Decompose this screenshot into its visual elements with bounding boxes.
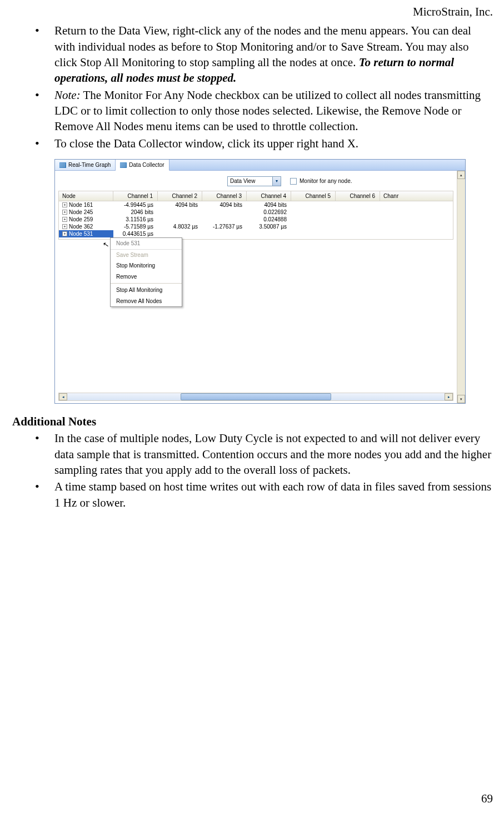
table-row[interactable]: +Node 362 -5.71589 µs 4.8032 µs -1.27637… — [59, 223, 453, 230]
page-header-company: MicroStrain, Inc. — [11, 4, 493, 19]
bullet-item: To close the Data Collector window, clic… — [54, 136, 493, 151]
menu-item-remove-all-nodes[interactable]: Remove All Nodes — [111, 296, 182, 307]
cell: 4094 bits — [158, 201, 202, 209]
cell: 3.50087 µs — [247, 223, 291, 230]
tab-label: Real-Time Graph — [68, 161, 111, 169]
cell: -5.71589 µs — [113, 223, 158, 230]
col-header-channel6[interactable]: Channel 6 — [336, 191, 380, 201]
table-row-selected[interactable]: +Node 531 0.443615 µs — [59, 230, 453, 237]
node-label: Node 531 — [69, 230, 93, 238]
menu-item-save-stream[interactable]: Save Stream — [111, 250, 182, 261]
cell: -1.27637 µs — [202, 223, 247, 230]
cell — [202, 209, 247, 216]
top-bullet-list: Return to the Data View, right-click any… — [11, 23, 493, 151]
cell — [158, 209, 202, 216]
table-row[interactable]: +Node 161 -4.99445 µs 4094 bits 4094 bit… — [59, 201, 453, 209]
grid-body: +Node 161 -4.99445 µs 4094 bits 4094 bit… — [59, 201, 453, 239]
scroll-thumb[interactable] — [181, 393, 332, 400]
plus-icon[interactable]: + — [62, 210, 67, 215]
bullet-item: In the case of multiple nodes, Low Duty … — [54, 430, 493, 478]
tab-label: Data Collector — [129, 161, 164, 169]
cell — [158, 216, 202, 223]
bullet-text: To close the Data Collector window, clic… — [54, 137, 358, 150]
note-prefix: Note: — [54, 88, 81, 102]
cell: 4094 bits — [202, 201, 247, 209]
menu-item-remove[interactable]: Remove — [111, 271, 182, 282]
plus-icon[interactable]: + — [62, 202, 67, 207]
checkbox-icon[interactable] — [290, 178, 297, 185]
cell: 2046 bits — [113, 209, 158, 216]
context-menu: Node 531 Save Stream Stop Monitoring Rem… — [110, 237, 182, 307]
plus-icon[interactable]: + — [62, 224, 67, 229]
embedded-screenshot: Real-Time Graph Data Collector Data View… — [54, 159, 466, 404]
chevron-down-icon[interactable]: ▾ — [272, 177, 281, 186]
additional-notes-heading: Additional Notes — [11, 414, 493, 429]
cell: 0.022692 — [247, 209, 291, 216]
scroll-track[interactable] — [67, 393, 445, 400]
menu-item-stop-monitoring[interactable]: Stop Monitoring — [111, 260, 182, 271]
cursor-icon: ↖ — [102, 239, 110, 250]
cell — [202, 216, 247, 223]
scroll-right-icon[interactable]: ▸ — [445, 393, 453, 400]
col-header-channel5[interactable]: Channel 5 — [291, 191, 336, 201]
cell: 0.443615 µs — [113, 230, 158, 237]
node-label: Node 259 — [69, 216, 93, 224]
col-header-channel1[interactable]: Channel 1 — [113, 191, 158, 201]
col-header-channel2[interactable]: Channel 2 — [158, 191, 202, 201]
view-select[interactable]: Data View ▾ — [227, 176, 281, 186]
combo-value: Data View — [228, 177, 272, 185]
chart-icon — [59, 162, 66, 168]
table-row[interactable]: +Node 259 3.11516 µs 0.024888 — [59, 216, 453, 223]
bullet-item: Return to the Data View, right-click any… — [54, 23, 493, 86]
node-label: Node 245 — [69, 209, 93, 216]
scroll-left-icon[interactable]: ◂ — [59, 393, 67, 400]
monitor-any-node-checkbox[interactable]: Monitor for any node. — [290, 177, 352, 185]
col-header-channel3[interactable]: Channel 3 — [202, 191, 247, 201]
checkbox-label: Monitor for any node. — [300, 177, 352, 185]
vertical-scrollbar[interactable]: ▴ ▾ — [457, 171, 465, 403]
window-tab-bar: Real-Time Graph Data Collector — [55, 160, 465, 171]
node-label: Node 362 — [69, 223, 93, 231]
menu-separator — [111, 283, 182, 284]
scroll-up-icon[interactable]: ▴ — [457, 171, 465, 179]
menu-item-stop-all-monitoring[interactable]: Stop All Monitoring — [111, 285, 182, 296]
node-label: Node 161 — [69, 201, 93, 209]
horizontal-scrollbar[interactable]: ◂ ▸ — [58, 393, 453, 401]
toolbar: Data View ▾ Monitor for any node. — [55, 171, 457, 191]
bullet-item: Note: The Monitor For Any Node checkbox … — [54, 87, 493, 135]
plus-icon[interactable]: + — [62, 231, 67, 236]
grid-header: Node Channel 1 Channel 2 Channel 3 Chann… — [59, 191, 453, 201]
context-menu-title: Node 531 — [111, 238, 182, 250]
cell: 3.11516 µs — [113, 216, 158, 223]
col-header-channel4[interactable]: Channel 4 — [247, 191, 291, 201]
col-header-node[interactable]: Node — [59, 191, 113, 201]
bullet-item: A time stamp based on host time writes o… — [54, 479, 493, 510]
data-grid: Node Channel 1 Channel 2 Channel 3 Chann… — [58, 191, 453, 240]
cell: 4094 bits — [247, 201, 291, 209]
tab-realtime-graph[interactable]: Real-Time Graph — [55, 160, 116, 170]
bullet-text: The Monitor For Any Node checkbox can be… — [54, 88, 481, 133]
table-row[interactable]: +Node 245 2046 bits 0.022692 — [59, 209, 453, 216]
bullet-text: A time stamp based on host time writes o… — [54, 480, 491, 509]
bottom-bullet-list: In the case of multiple nodes, Low Duty … — [11, 430, 493, 510]
chart-icon — [120, 162, 127, 168]
cell: 0.024888 — [247, 216, 291, 223]
col-header-channel7[interactable]: Chanr — [380, 191, 407, 201]
plus-icon[interactable]: + — [62, 217, 67, 222]
scroll-down-icon[interactable]: ▾ — [457, 395, 465, 403]
cell: -4.99445 µs — [113, 201, 158, 209]
tab-data-collector[interactable]: Data Collector — [116, 160, 169, 171]
page-number: 69 — [481, 791, 493, 806]
bullet-text: In the case of multiple nodes, Low Duty … — [54, 432, 491, 477]
cell: 4.8032 µs — [158, 223, 202, 230]
